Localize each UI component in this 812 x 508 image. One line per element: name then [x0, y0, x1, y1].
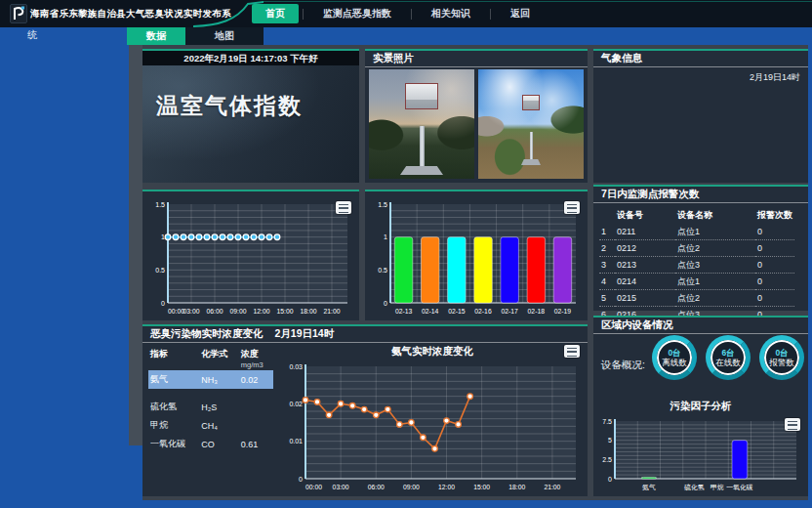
odor-row[interactable]: 甲烷CH₄	[148, 416, 273, 435]
svg-text:硫化氢: 硫化氢	[683, 484, 705, 491]
main-nav: 首页 监测点恶臭指数 相关知识 返回	[252, 4, 546, 23]
nav-separator	[411, 9, 412, 20]
nav-separator	[303, 9, 304, 20]
alarm-value: 0台	[775, 348, 788, 358]
nav-item-odor-index[interactable]: 监测点恶臭指数	[307, 4, 407, 23]
panel-title: 区域内设备情况	[593, 318, 808, 334]
svg-text:1: 1	[161, 233, 165, 240]
svg-text:5: 5	[608, 437, 612, 444]
odor-row[interactable]: 硫化氢H₂S	[148, 389, 273, 416]
left-edge-strip	[129, 45, 142, 445]
pollutant-chart-title: 污染因子分析	[593, 400, 808, 413]
online-label: 在线数	[715, 358, 741, 367]
svg-text:0.02: 0.02	[289, 401, 303, 407]
tab-data[interactable]: 数据	[127, 27, 185, 45]
svg-text:21:00: 21:00	[544, 484, 560, 490]
tab-map[interactable]: 地图	[185, 27, 264, 45]
stat-online: 6台 在线数	[706, 335, 751, 380]
nav-separator	[490, 9, 491, 20]
col-formula: 化学式	[199, 347, 239, 370]
odor-table-zone: 指标 化学式 浓度 mg/m3 氨气NH₃0.02硫化氢H₂S甲烷CH₄一氧化碳…	[142, 345, 279, 496]
svg-text:0: 0	[384, 300, 387, 307]
panel-region-devices: 区域内设备情况 设备概况: 0台 离线数 6台 在线数 0台 报警数 污染因子分…	[593, 316, 808, 496]
greenhouse-trend-chart: 00.511.500:0003:0006:0009:0012:0015:0018…	[146, 197, 355, 317]
svg-text:0: 0	[299, 476, 303, 483]
svg-text:12:00: 12:00	[438, 484, 455, 490]
svg-text:21:00: 21:00	[323, 308, 340, 315]
panel-title: 7日内监测点报警次数	[593, 187, 808, 203]
photo-row	[369, 69, 584, 179]
offline-label: 离线数	[662, 358, 687, 367]
odor-table-body: 氨气NH₃0.02硫化氢H₂S甲烷CH₄一氧化碳CO0.61	[148, 370, 273, 453]
svg-text:2.5: 2.5	[602, 456, 612, 463]
svg-text:03:00: 03:00	[183, 308, 199, 315]
svg-text:7.5: 7.5	[602, 418, 612, 425]
svg-text:09:00: 09:00	[229, 308, 246, 315]
top-bar: 海南省乐东黎族自治县大气恶臭状况实时发布系 首页 监测点恶臭指数 相关知识 返回	[0, 0, 812, 27]
device-overview-label: 设备概况:	[601, 359, 645, 372]
panel-live-photos: 实景照片	[365, 49, 588, 183]
col-alarm-count: 报警次数	[755, 207, 794, 224]
col-device-name: 设备名称	[675, 207, 755, 224]
daily-index-chart: 00.511.502-1302-1402-1502-1602-1702-1802…	[369, 197, 584, 317]
panel-title: 实景照片	[365, 51, 588, 67]
odor-row[interactable]: 一氧化碳CO0.61	[148, 435, 273, 453]
site-photo-2	[478, 69, 584, 179]
svg-text:18:00: 18:00	[300, 308, 316, 315]
alarm-table-body: 10211点位1020212点位2030213点位3040214点位105021…	[599, 224, 794, 323]
nav-item-home[interactable]: 首页	[252, 4, 299, 23]
svg-text:0.01: 0.01	[289, 438, 303, 444]
svg-text:02-18: 02-18	[528, 308, 546, 315]
page-edge-bottom	[0, 500, 812, 508]
monitor-device-box	[522, 95, 540, 110]
col-concentration: 浓度 mg/m3	[239, 347, 273, 370]
panel-greenhouse-index: 2022年2月19日 14:17:03 下午好 温室气体指数	[142, 49, 359, 183]
table-row: 30213点位30	[599, 257, 794, 274]
datetime-bar: 2022年2月19日 14:17:03 下午好	[142, 51, 359, 65]
panel-odor-pollutants: 恶臭污染物实时浓度变化 2月19日14时 指标 化学式 浓度 mg/m3 氨气N…	[142, 324, 588, 496]
alarm-table: 设备号 设备名称 报警次数 10211点位1020212点位2030213点位3…	[599, 207, 794, 323]
odor-table: 指标 化学式 浓度 mg/m3 氨气NH₃0.02硫化氢H₂S甲烷CH₄一氧化碳…	[148, 347, 273, 453]
dashboard-content: 2022年2月19日 14:17:03 下午好 温室气体指数 实景照片 气象信息…	[129, 45, 808, 500]
monitor-device-base	[400, 166, 443, 175]
chart-menu-icon[interactable]	[785, 418, 800, 431]
svg-text:18:00: 18:00	[508, 484, 525, 490]
logo-icon	[10, 4, 27, 23]
ammonia-trend-chart: 00.010.020.0300:0003:0006:0009:0012:0015…	[279, 360, 584, 492]
panel-title-row: 恶臭污染物实时浓度变化 2月19日14时	[142, 326, 588, 343]
monitor-device-box	[405, 83, 438, 109]
svg-text:06:00: 06:00	[368, 484, 385, 490]
svg-text:0.03: 0.03	[289, 363, 303, 370]
ammonia-chart-title: 氨气实时浓度变化	[279, 343, 586, 360]
chart-menu-icon[interactable]	[564, 345, 580, 358]
online-value: 6台	[721, 348, 734, 358]
monitor-device-pole	[530, 132, 533, 161]
chart-menu-icon[interactable]	[336, 201, 351, 214]
odor-row[interactable]: 氨气NH₃0.02	[148, 370, 273, 389]
nav-item-back[interactable]: 返回	[495, 4, 546, 23]
table-row: 50215点位20	[599, 290, 794, 307]
table-row: 10211点位10	[599, 224, 794, 240]
left-edge-blue	[129, 445, 142, 500]
svg-text:02-19: 02-19	[554, 308, 572, 315]
chart-menu-icon[interactable]	[564, 201, 580, 214]
pollutant-analysis-chart: 02.557.5氨气硫化氢甲烷一氧化碳	[597, 414, 804, 492]
page-edge-right	[808, 45, 812, 508]
monitor-device-pole	[420, 126, 425, 167]
svg-text:00:00: 00:00	[305, 484, 322, 490]
site-photo-1	[369, 69, 474, 179]
svg-text:06:00: 06:00	[206, 308, 223, 315]
svg-text:1: 1	[384, 233, 387, 240]
col-indicator: 指标	[148, 347, 199, 370]
nav-item-knowledge[interactable]: 相关知识	[416, 4, 486, 23]
svg-text:一氧化碳: 一氧化碳	[726, 484, 752, 491]
panel-alarm-counts: 7日内监测点报警次数 设备号 设备名称 报警次数 10211点位1020212点…	[593, 185, 808, 311]
view-tabs: 数据 地图	[127, 27, 264, 45]
alarm-label: 报警数	[769, 358, 794, 367]
svg-text:0.5: 0.5	[378, 267, 387, 274]
panel-daily-index-chart: 00.511.502-1302-1402-1502-1602-1702-1802…	[365, 190, 588, 320]
svg-text:15:00: 15:00	[473, 484, 490, 490]
svg-text:12:00: 12:00	[253, 308, 269, 315]
svg-text:02-15: 02-15	[448, 308, 466, 315]
weather-time: 2月19日14时	[750, 71, 800, 84]
